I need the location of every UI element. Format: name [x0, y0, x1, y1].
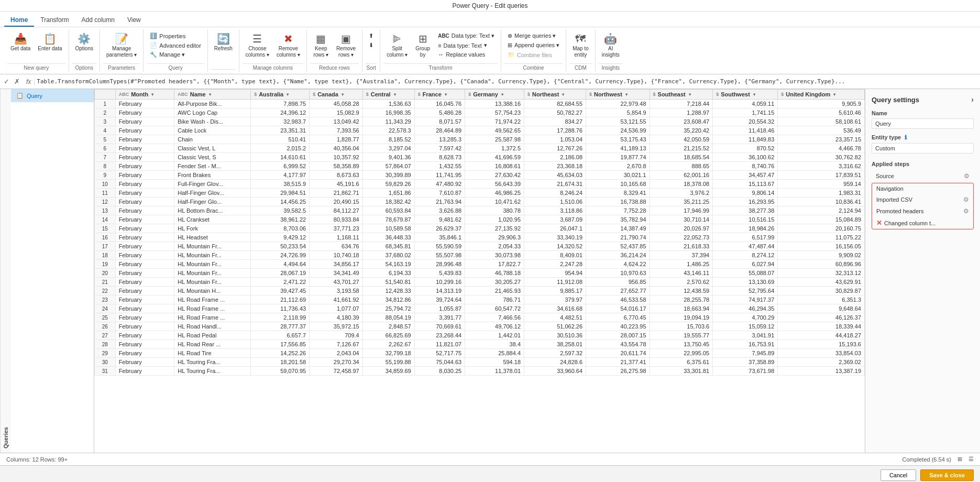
- ribbon-tabs: Home Transform Add column View: [0, 12, 980, 27]
- data-type-button[interactable]: ABC Data type: Text ▾: [435, 31, 498, 40]
- manage-params-icon: 📝: [115, 34, 128, 44]
- col-header-germany[interactable]: $ Germany ▾: [465, 90, 524, 100]
- col-header-central[interactable]: $ Central ▾: [362, 90, 414, 100]
- step-changed-x-icon[interactable]: ✕: [876, 219, 882, 227]
- properties-button[interactable]: ℹ️ Properties: [147, 31, 204, 40]
- query-item-query[interactable]: 📋 Query: [11, 89, 94, 102]
- ribbon-group-transform: ⫸ Splitcolumn ▾ ⊞ Groupby ABC Data type:…: [380, 29, 501, 72]
- cell-r6-c1: February: [115, 153, 174, 162]
- col-header-northwest[interactable]: $ Northwest ▾: [586, 90, 649, 100]
- append-queries-label: Append queries ▾: [514, 42, 559, 49]
- split-column-icon: ⫸: [392, 34, 402, 44]
- cell-r9-c12: 959.14: [778, 180, 865, 189]
- keep-rows-button[interactable]: ▦ Keeprows ▾: [310, 31, 332, 60]
- formula-accept-icon[interactable]: ✓: [2, 78, 10, 86]
- cell-r27-c7: 38.4: [465, 340, 524, 349]
- cell-r30-c8: 33,960.64: [524, 367, 586, 376]
- entity-type-info-icon[interactable]: ℹ: [905, 134, 907, 140]
- replace-values-button[interactable]: ↔ Replace values: [435, 50, 498, 59]
- col-header-canada[interactable]: $ Canada ▾: [310, 90, 363, 100]
- append-queries-button[interactable]: ⊞ Append queries ▾: [504, 41, 563, 50]
- formula-input[interactable]: [37, 78, 978, 85]
- group-by-button[interactable]: ⊞ Groupby: [412, 31, 434, 60]
- col-header-france[interactable]: $ France ▾: [414, 90, 465, 100]
- tab-transform[interactable]: Transform: [34, 14, 75, 27]
- cell-r18-c7: 17,822.7: [465, 260, 524, 269]
- manage-parameters-button[interactable]: 📝 Manageparameters ▾: [103, 31, 140, 60]
- cell-r7-c5: 57,864.07: [362, 162, 414, 171]
- cell-r29-c11: 37,358.89: [713, 358, 778, 367]
- cell-r11-c6: 21,763.94: [414, 198, 465, 206]
- col-header-northeast[interactable]: $ Northeast ▾: [524, 90, 586, 100]
- ribbon-group-parameters: 📝 Manageparameters ▾ Parameters: [100, 29, 144, 72]
- cell-r0-c12: 9,905.9: [778, 100, 865, 108]
- tab-view[interactable]: View: [121, 14, 147, 27]
- combine-files-button[interactable]: 📁 Combine files: [504, 50, 563, 59]
- grid-view-icon[interactable]: ⊞: [957, 456, 962, 463]
- enter-data-button[interactable]: 📋 Enter data: [35, 31, 65, 54]
- cell-r7-c9: 2,670.8: [586, 162, 649, 171]
- merge-queries-button[interactable]: ⊕ Merge queries ▾: [504, 31, 563, 40]
- data-area[interactable]: ABC Month ▾ ABC Name ▾: [94, 89, 865, 453]
- cancel-button[interactable]: Cancel: [880, 469, 916, 481]
- table-row: 5FebruaryChain510.411,828.778,185.5213,2…: [95, 135, 865, 144]
- cell-r28-c9: 20,611.74: [586, 349, 649, 358]
- cell-r23-c0: 24: [95, 304, 116, 313]
- cell-r19-c9: 10,970.63: [586, 269, 649, 278]
- ai-insights-button[interactable]: 🤖 AIinsights: [599, 31, 623, 60]
- sort-desc-button[interactable]: ⬇: [366, 41, 377, 50]
- cell-r24-c5: 88,054.19: [362, 313, 414, 322]
- refresh-button[interactable]: 🔄 Refresh: [211, 31, 236, 54]
- step-imported-csv[interactable]: Imported CSV ⚙: [872, 194, 973, 205]
- col-header-name[interactable]: ABC Name ▾: [174, 90, 251, 100]
- step-source[interactable]: Source ⚙: [872, 170, 974, 182]
- split-column-button[interactable]: ⫸ Splitcolumn ▾: [383, 31, 411, 60]
- cell-r25-c9: 40,223.95: [586, 322, 649, 331]
- save-close-button[interactable]: Save & close: [920, 469, 974, 481]
- cell-r4-c1: February: [115, 135, 174, 144]
- get-data-button[interactable]: 📥 Get data: [7, 31, 34, 54]
- map-to-entity-button[interactable]: 🗺 Map toentity: [569, 31, 592, 60]
- cell-r19-c7: 46,788.18: [465, 269, 524, 278]
- use-first-row-button[interactable]: ≡ Data type: Text ▾: [435, 41, 498, 50]
- remove-columns-button[interactable]: ✖ Removecolumns ▾: [273, 31, 303, 60]
- table-row: 25FebruaryHL Road Frame ...2,118.994,180…: [95, 313, 865, 322]
- step-navigation[interactable]: Navigation: [872, 183, 973, 194]
- manage-button[interactable]: 🔧 Manage ▾: [147, 50, 204, 59]
- cell-r5-c8: 12,767.26: [524, 144, 586, 153]
- name-value[interactable]: Query: [872, 118, 974, 129]
- cell-r1-c11: 1,741.15: [713, 108, 778, 117]
- properties-icon: ℹ️: [150, 32, 157, 39]
- step-promoted-headers-gear-icon[interactable]: ⚙: [963, 207, 969, 215]
- cell-r15-c2: HL Headset: [174, 233, 251, 242]
- remove-rows-button[interactable]: ▣ Removerows ▾: [333, 31, 359, 60]
- cell-r4-c9: 53,175.43: [586, 135, 649, 144]
- tab-home[interactable]: Home: [4, 14, 34, 27]
- col-header-southwest[interactable]: $ Southwest ▾: [713, 90, 778, 100]
- sort-asc-button[interactable]: ⬆: [366, 31, 377, 40]
- ribbon-group-reduce-rows-content: ▦ Keeprows ▾ ▣ Removerows ▾: [310, 29, 359, 62]
- col-header-uk[interactable]: $ United Kingdom ▾: [778, 90, 865, 100]
- manage-columns-group-label: Manage columns: [243, 63, 303, 72]
- cell-r18-c0: 19: [95, 260, 116, 269]
- panel-expand-icon[interactable]: ›: [971, 95, 974, 104]
- col-header-month[interactable]: ABC Month ▾: [115, 90, 174, 100]
- options-button[interactable]: ⚙️ Options: [72, 31, 96, 54]
- cell-r17-c11: 8,274.12: [713, 251, 778, 260]
- list-view-icon[interactable]: ☰: [968, 456, 974, 463]
- choose-columns-button[interactable]: ☰ Choosecolumns ▾: [243, 31, 272, 60]
- table-body: 1FebruaryAll-Purpose Bik...7,898.7545,05…: [95, 100, 865, 376]
- tab-add-column[interactable]: Add column: [75, 14, 121, 27]
- cell-r12-c11: 38,277.38: [713, 206, 778, 215]
- step-promoted-headers[interactable]: Promoted headers ⚙: [872, 205, 973, 217]
- step-imported-csv-gear-icon[interactable]: ⚙: [963, 196, 969, 203]
- advanced-editor-button[interactable]: 📄 Advanced editor: [147, 41, 204, 50]
- cell-r25-c11: 15,059.12: [713, 322, 778, 331]
- formula-reject-icon[interactable]: ✗: [13, 78, 21, 86]
- step-changed-column-type[interactable]: ✕ Changed column t...: [872, 217, 973, 229]
- cell-r28-c6: 52,717.75: [414, 349, 465, 358]
- col-header-southeast[interactable]: $ Southeast ▾: [649, 90, 713, 100]
- cell-r2-c0: 3: [95, 117, 116, 126]
- step-source-gear-icon[interactable]: ⚙: [964, 172, 970, 180]
- col-header-australia[interactable]: $ Australia ▾: [251, 90, 310, 100]
